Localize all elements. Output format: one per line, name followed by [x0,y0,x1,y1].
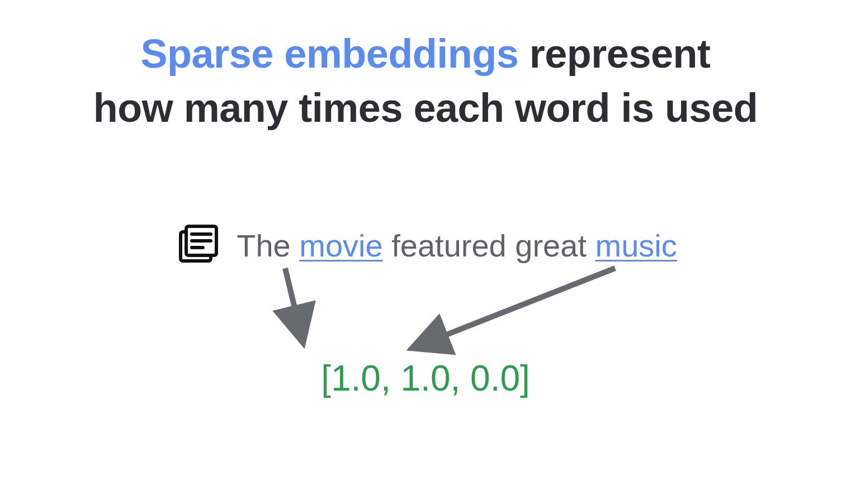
sentence-word-featured-great: featured great [383,228,595,263]
headline-rest-1: represent [518,31,710,76]
headline-line-2: how many times each word is used [0,81,851,135]
sentence-word-the: The [237,228,299,263]
headline: Sparse embeddings represent how many tim… [0,27,851,135]
document-stack-icon [174,221,220,274]
diagram-stage: Sparse embeddings represent how many tim… [0,0,851,504]
headline-line-1: Sparse embeddings represent [0,27,851,81]
arrow-movie-to-vector [285,268,302,338]
arrow-music-to-vector [417,268,615,346]
embedding-vector: [1.0, 1.0, 0.0] [0,358,851,399]
headline-emphasis: Sparse embeddings [141,31,519,76]
example-sentence: The movie featured great music [0,221,851,274]
sentence-keyword-music: music [595,228,677,263]
sentence-keyword-movie: movie [299,228,382,263]
